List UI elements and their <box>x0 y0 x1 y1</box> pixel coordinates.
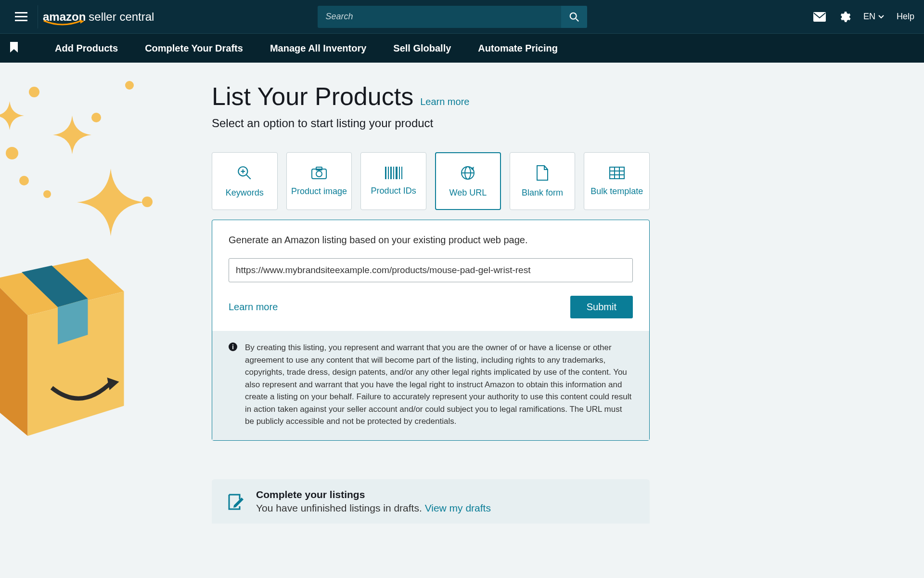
complete-bar-subtitle: You have unfinished listings in drafts. … <box>256 502 491 514</box>
main-column: List Your Products Learn more Select an … <box>168 63 669 524</box>
package-illustration <box>0 207 149 448</box>
option-blank-form[interactable]: Blank form <box>510 152 576 210</box>
bookmark-icon <box>10 41 18 53</box>
svg-rect-28 <box>610 167 624 179</box>
search-container <box>318 6 587 28</box>
amazon-smile-icon <box>43 20 85 27</box>
svg-rect-35 <box>232 346 233 349</box>
language-selector[interactable]: EN <box>863 12 884 22</box>
page-title: List Your Products <box>212 82 413 111</box>
gear-icon <box>838 11 851 23</box>
logo-brand: amazon <box>43 10 86 24</box>
submit-button[interactable]: Submit <box>570 296 633 318</box>
header-right: EN Help <box>813 11 914 23</box>
complete-bar-title: Complete your listings <box>256 489 491 500</box>
option-bulk-template[interactable]: Bulk template <box>584 152 650 210</box>
option-product-image[interactable]: Product image <box>286 152 352 210</box>
barcode-icon <box>384 167 403 179</box>
svg-rect-22 <box>396 167 398 179</box>
view-drafts-link[interactable]: View my drafts <box>425 502 491 513</box>
complete-listings-bar: Complete your listings You have unfinish… <box>212 479 650 524</box>
bookmark-button[interactable] <box>10 41 18 55</box>
title-learn-more-link[interactable]: Learn more <box>420 96 469 107</box>
panel-learn-more-link[interactable]: Learn more <box>229 302 278 313</box>
svg-rect-2 <box>15 20 27 21</box>
web-url-panel: Generate an Amazon listing based on your… <box>212 220 650 441</box>
page-body: List Your Products Learn more Select an … <box>0 63 924 524</box>
option-keywords[interactable]: Keywords <box>212 152 278 210</box>
url-input[interactable] <box>229 258 633 282</box>
nav-bar: Add Products Complete Your Drafts Manage… <box>0 34 924 63</box>
svg-rect-24 <box>401 167 402 179</box>
search-icon <box>569 12 579 22</box>
option-label: Product IDs <box>371 186 416 196</box>
hamburger-icon <box>15 12 27 22</box>
camera-icon <box>311 166 327 180</box>
svg-rect-34 <box>232 344 233 345</box>
decorative-art <box>0 63 168 496</box>
language-label: EN <box>863 12 875 22</box>
hamburger-menu-button[interactable] <box>10 5 33 28</box>
option-label: Web URL <box>449 188 487 198</box>
logo-suffix: seller central <box>89 10 154 24</box>
svg-point-3 <box>570 13 577 19</box>
option-row: Keywords Product image Product IDs <box>212 152 650 210</box>
nav-add-products[interactable]: Add Products <box>55 43 118 54</box>
nav-manage-inventory[interactable]: Manage All Inventory <box>270 43 366 54</box>
svg-rect-18 <box>385 167 386 179</box>
option-label: Product image <box>291 186 347 197</box>
edit-note-icon <box>225 492 244 511</box>
help-link[interactable]: Help <box>897 12 914 22</box>
nav-sell-globally[interactable]: Sell Globally <box>393 43 451 54</box>
grid-icon <box>609 166 625 180</box>
option-label: Blank form <box>522 188 563 198</box>
settings-button[interactable] <box>838 11 851 23</box>
svg-line-4 <box>576 18 579 21</box>
search-button[interactable] <box>561 6 587 28</box>
nav-automate-pricing[interactable]: Automate Pricing <box>478 43 558 54</box>
svg-rect-19 <box>388 167 389 179</box>
option-label: Bulk template <box>590 186 643 197</box>
header-divider <box>38 5 38 28</box>
nav-complete-drafts[interactable]: Complete Your Drafts <box>145 43 243 54</box>
page-subtitle: Select an option to start listing your p… <box>212 117 650 130</box>
svg-rect-5 <box>813 12 826 22</box>
svg-rect-23 <box>399 167 400 179</box>
chevron-down-icon <box>878 15 884 19</box>
info-icon <box>229 342 237 351</box>
option-product-ids[interactable]: Product IDs <box>360 152 426 210</box>
search-box <box>318 6 587 28</box>
svg-point-16 <box>316 171 322 177</box>
svg-rect-0 <box>15 12 27 13</box>
disclaimer-text: By creating this listing, you represent … <box>245 342 633 428</box>
search-zoom-icon <box>236 165 253 181</box>
svg-rect-20 <box>390 167 392 179</box>
top-header: amazon seller central EN Help <box>0 0 924 34</box>
svg-rect-21 <box>393 167 394 179</box>
option-label: Keywords <box>226 188 264 198</box>
globe-arrow-icon <box>460 165 476 181</box>
panel-description: Generate an Amazon listing based on your… <box>229 235 633 246</box>
complete-bar-subtitle-text: You have unfinished listings in drafts. <box>256 502 422 513</box>
option-web-url[interactable]: Web URL <box>435 152 501 210</box>
logo[interactable]: amazon seller central <box>43 10 154 24</box>
svg-line-12 <box>247 175 251 179</box>
envelope-icon <box>813 12 826 22</box>
search-input[interactable] <box>318 6 561 28</box>
svg-rect-1 <box>15 16 27 17</box>
disclaimer-box: By creating this listing, you represent … <box>212 331 649 440</box>
messages-button[interactable] <box>813 12 826 22</box>
file-icon <box>536 165 549 181</box>
